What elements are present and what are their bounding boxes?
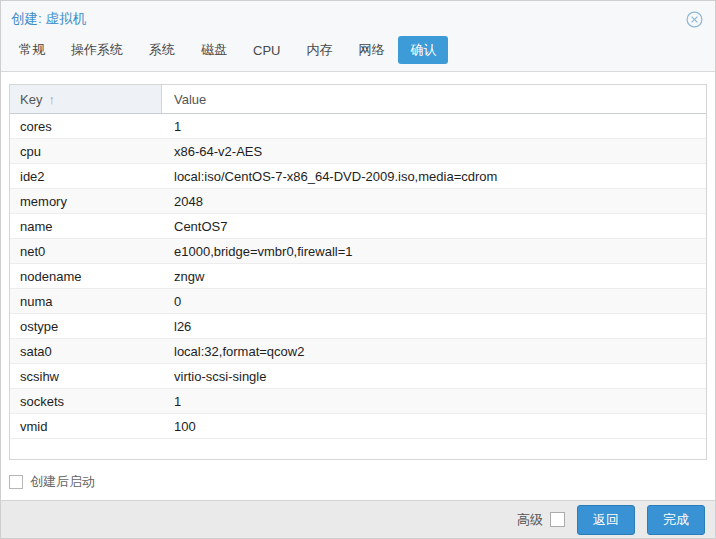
table-row[interactable]: name CentOS7 (10, 214, 706, 239)
grid-header-row: Key ↑ Value (10, 85, 706, 114)
table-row[interactable]: numa 0 (10, 289, 706, 314)
column-header-value[interactable]: Value (162, 85, 706, 113)
tab-system[interactable]: 系统 (137, 36, 187, 64)
row-value: CentOS7 (162, 219, 706, 234)
create-vm-dialog: 创建: 虚拟机 常规 操作系统 系统 磁盘 CPU 内存 网络 确认 Key ↑ (0, 0, 716, 539)
row-key: name (10, 219, 162, 234)
table-row[interactable]: cores 1 (10, 114, 706, 139)
advanced-checkbox[interactable] (550, 512, 565, 527)
row-key: scsihw (10, 369, 162, 384)
start-after-create-row: 创建后启动 (9, 460, 707, 491)
row-key: sockets (10, 394, 162, 409)
row-key: ide2 (10, 169, 162, 184)
tab-general[interactable]: 常规 (7, 36, 57, 64)
sort-ascending-icon: ↑ (48, 92, 55, 107)
row-key: sata0 (10, 344, 162, 359)
row-value: e1000,bridge=vmbr0,firewall=1 (162, 244, 706, 259)
tab-confirm[interactable]: 确认 (398, 36, 448, 64)
finish-button[interactable]: 完成 (647, 505, 705, 535)
row-value: 0 (162, 294, 706, 309)
tab-network[interactable]: 网络 (346, 36, 396, 64)
start-after-create-label: 创建后启动 (30, 473, 95, 491)
column-key-label: Key (20, 92, 42, 107)
advanced-label: 高级 (517, 511, 543, 529)
table-row[interactable]: sockets 1 (10, 389, 706, 414)
table-row[interactable]: ide2 local:iso/CentOS-7-x86_64-DVD-2009.… (10, 164, 706, 189)
wizard-tabbar: 常规 操作系统 系统 磁盘 CPU 内存 网络 确认 (1, 32, 715, 72)
table-row[interactable]: cpu x86-64-v2-AES (10, 139, 706, 164)
row-value: 1 (162, 394, 706, 409)
row-value: 2048 (162, 194, 706, 209)
row-value: zngw (162, 269, 706, 284)
start-after-create-checkbox[interactable] (9, 475, 23, 489)
row-key: net0 (10, 244, 162, 259)
row-value: local:iso/CentOS-7-x86_64-DVD-2009.iso,m… (162, 169, 706, 184)
row-key: nodename (10, 269, 162, 284)
column-value-label: Value (174, 92, 206, 107)
row-key: numa (10, 294, 162, 309)
table-row[interactable]: scsihw virtio-scsi-single (10, 364, 706, 389)
table-row[interactable]: vmid 100 (10, 414, 706, 439)
dialog-footer: 高级 返回 完成 (1, 500, 715, 538)
tab-os[interactable]: 操作系统 (59, 36, 135, 64)
row-value: 1 (162, 119, 706, 134)
table-row[interactable]: ostype l26 (10, 314, 706, 339)
advanced-option: 高级 (517, 511, 565, 529)
tab-disks[interactable]: 磁盘 (189, 36, 239, 64)
dialog-header: 创建: 虚拟机 (1, 1, 715, 32)
grid-rows: cores 1 cpu x86-64-v2-AES ide2 local:iso… (10, 114, 706, 459)
dialog-body: Key ↑ Value cores 1 cpu x86-64-v2-AES id… (1, 72, 715, 500)
table-row[interactable]: net0 e1000,bridge=vmbr0,firewall=1 (10, 239, 706, 264)
tab-cpu[interactable]: CPU (241, 38, 292, 63)
row-key: vmid (10, 419, 162, 434)
row-key: cpu (10, 144, 162, 159)
row-value: x86-64-v2-AES (162, 144, 706, 159)
table-row[interactable]: nodename zngw (10, 264, 706, 289)
row-value: local:32,format=qcow2 (162, 344, 706, 359)
row-key: memory (10, 194, 162, 209)
column-header-key[interactable]: Key ↑ (10, 85, 162, 113)
row-key: ostype (10, 319, 162, 334)
row-key: cores (10, 119, 162, 134)
confirm-settings-grid: Key ↑ Value cores 1 cpu x86-64-v2-AES id… (9, 84, 707, 460)
tab-memory[interactable]: 内存 (294, 36, 344, 64)
close-icon[interactable] (686, 11, 703, 28)
table-row[interactable]: sata0 local:32,format=qcow2 (10, 339, 706, 364)
row-value: virtio-scsi-single (162, 369, 706, 384)
table-row[interactable]: memory 2048 (10, 189, 706, 214)
row-value: l26 (162, 319, 706, 334)
back-button[interactable]: 返回 (577, 505, 635, 535)
dialog-title: 创建: 虚拟机 (11, 10, 86, 28)
row-value: 100 (162, 419, 706, 434)
